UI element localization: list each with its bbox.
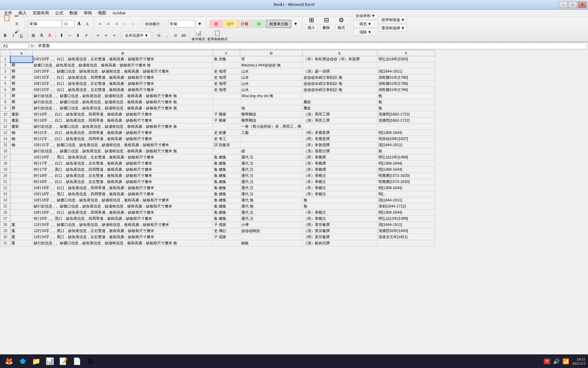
autosum-button[interactable]: 自动求和 ▼ [353,12,378,19]
cell-c[interactable]: 集 總集 [213,216,240,222]
font-size-box[interactable]: 11 [62,20,75,28]
cell-d[interactable]: 地 [240,105,303,111]
col-header-c[interactable]: C [213,50,240,56]
cell-b[interactable]: 9行17字，。黑口，缺魚尾信息，四周雙邊，板框高廣：缺板框尺寸釐米 [33,167,213,173]
cell-b[interactable]: 10行20字，。白口，缺鱼尾信息，左右雙邊，板框高廣：缺板框尺寸釐米 [33,56,213,62]
table-row[interactable]: 189行17字，。白口，缺魚尾信息，左右雙邊，板框高廣：缺板框尺寸釐米集 總集通… [0,160,435,167]
cell-d[interactable]: 績 [240,148,303,154]
cell-a[interactable] [11,210,33,216]
fill-color-button[interactable]: A [38,32,45,39]
cell-a[interactable] [11,160,33,167]
cell-a[interactable] [11,216,33,222]
cell-c[interactable]: 集 別集 [213,56,240,62]
percent-button[interactable]: % [155,32,163,39]
cell-c[interactable]: 史 傳記 [213,228,240,234]
cell-f[interactable]: 清初[1644-1722] [377,203,435,210]
taskbar-settings[interactable]: ⚙ [84,355,97,367]
cell-f[interactable] [377,124,435,130]
table-row[interactable]: 14物9行21字，。白口，缺魚尾信息，四周單邊，板框高廣：缺板框尺寸釐米史 考工… [0,136,435,142]
cell-c[interactable]: 集 總集 [213,210,240,216]
table-row[interactable]: 10書影9行18字，。白口，缺魚尾信息，四周單邊，板框高廣：缺板框尺寸釐米子 雜… [0,111,435,118]
cell-a[interactable] [11,185,33,191]
cell-c[interactable]: 集 總集 [213,160,240,167]
cell-a[interactable]: 書影 [11,111,33,118]
cell-f[interactable]: 明萬曆[1573-1620] [377,179,435,185]
col-header-e[interactable]: E [303,50,377,56]
cell-f[interactable]: 清乾隆51年[1786] [377,75,435,81]
cell-f[interactable]: 明萬曆[1573-1620] [377,173,435,179]
cell-c[interactable] [213,124,240,130]
cell-a[interactable]: 案 [11,240,33,246]
cell-b[interactable]: 10行21字，。缺書口信息，缺魚尾信息，缺邊框信息，板框高廣：缺板框尺寸釐米 [33,142,213,148]
cell-d[interactable]: 一卷（舊小說所收）清，周亮工，撰 [240,124,303,130]
cell-c[interactable] [213,148,240,154]
cell-b[interactable]: 10行22字，。白口，缺魚尾信息，四周雙邊，板框高廣：缺板框尺寸釐米 [33,75,213,81]
table-row[interactable]: 25缺行款信息，。缺書口信息，缺魚尾信息，缺邊框信息，板框高廣：缺板框尺寸釐米集… [0,203,435,210]
cell-d[interactable]: 通代 注 [240,216,303,222]
cell-d[interactable]: 通代 注 [240,185,303,191]
cell-b[interactable]: 缺行款信息，。缺書口信息，缺魚尾信息，缺邊框信息，板框高廣：缺板框尺寸釐米 無 [33,240,213,246]
cell-f[interactable]: 清[1644-1911] [377,197,435,203]
cell-d[interactable]: 山水 [240,81,303,87]
cell-f[interactable]: 清[1644-1911] [377,68,435,75]
orientation-button[interactable]: ↗ [82,32,90,39]
cell-c[interactable]: 史 地理 [213,75,240,81]
cell-c[interactable]: 史 政書 [213,130,240,136]
table-row[interactable]: 2釋缺書口信息，缺魚尾信息，缺邊框信息，板框高廣：缺板框尺寸釐米 無Weizha… [0,62,435,68]
cell-d[interactable]: 通代 無 [240,197,303,203]
cell-c[interactable]: 子 儒家 [213,234,240,240]
table-row[interactable]: 28案12行24字，。缺書口信息，缺魚尾信息，缺邊框信息，板框高廣：缺板框尺寸釐… [0,222,435,228]
table-row[interactable]: 7釋缺行款信息，。缺書口信息，缺魚尾信息，缺邊框信息，板框高廣：缺板框尺寸釐米 … [0,93,435,99]
format-button[interactable]: 格式 [335,24,347,32]
table-row[interactable]: 12書影缺行款信息，。缺書口信息，缺魚尾信息，缺邊框信息，板框高廣：缺板框尺寸釐… [0,124,435,130]
cell-c[interactable]: 集 總集 [213,179,240,185]
cell-f[interactable]: 明弘治12年[1499] [377,154,435,160]
align-left-button[interactable]: ≡ [97,20,104,28]
cell-e[interactable]: （明）黃宗羲撰 [303,234,377,240]
cell-d[interactable]: 通代 注 [240,154,303,160]
cell-d[interactable]: 通代 注 [240,167,303,173]
table-row[interactable]: 279行18字，。黑口，缺魚尾信息，四周單邊，板框高廣：缺板框尺寸釐米集 總集通… [0,216,435,222]
cell-d[interactable]: 通代 無 [240,203,303,210]
col-header-f[interactable]: F [377,50,435,56]
cell-f[interactable]: 無 [377,93,435,99]
cell-e[interactable]: 桑欽 [303,99,377,105]
cell-d[interactable] [240,234,303,240]
cell-a[interactable] [11,173,33,179]
align-bot-button[interactable]: ≡ [111,32,118,39]
cell-a[interactable] [11,179,33,185]
valign-top-button[interactable]: ⬆ [58,32,65,39]
cell-f[interactable]: 清康熙32年[1693] [377,228,435,234]
cell-e[interactable]: （宋）章樵注 [303,179,377,185]
font-grow-button[interactable]: A [75,20,83,28]
cell-a[interactable]: 釋 [11,81,33,87]
cell-e[interactable]: （清）顧炎武撰 [303,240,377,246]
cell-b[interactable]: 9行21字，。白口，缺魚尾信息，四周單邊，板框高廣：缺板框尺寸釐米 [33,136,213,142]
cell-b[interactable]: 12行24字，。缺書口信息，缺魚尾信息，缺邊框信息，板框高廣：缺板框尺寸釐米 [33,222,213,228]
cell-e[interactable]: （宋）章樵注 [303,216,377,222]
cell-b[interactable]: 缺行款信息，。缺書口信息，缺魚尾信息，缺邊框信息，板框高廣：缺板框尺寸釐米 無 [33,124,213,130]
cell-c[interactable]: 集 總集 [213,154,240,160]
align-mid-button[interactable]: ≡ [102,32,110,39]
cell-c[interactable]: 集 總集 [213,185,240,191]
cell-e[interactable]: （明）宋應星撰 [303,130,377,136]
cell-c[interactable]: 子 雜家 [213,111,240,118]
conditional-format-label[interactable]: 条件格式 [192,37,205,42]
cell-e[interactable]: 桑欽 [303,105,377,111]
menu-page-layout[interactable]: 页面布局 [30,10,52,17]
cell-f[interactable]: 清乾隆51年[1786] [377,87,435,93]
cell-e[interactable]: @@@水經注筆刻誤 無 [303,75,377,81]
cell-d[interactable]: 小傅 [240,222,303,228]
cell-b[interactable]: 9行21字，。白口，缺魚尾信息，四周單邊，板框高廣：缺板框尺寸釐米 [33,130,213,136]
col-header-a[interactable]: A [11,50,33,56]
col-header-b[interactable]: B [33,50,213,56]
table-row[interactable]: 8釋缺行款信息，。缺書口信息，缺魚尾信息，缺邊框信息，板框高廣：缺板框尺寸釐米 … [0,99,435,105]
table-row[interactable]: 15物10行21字，。缺書口信息，缺魚尾信息，缺邊框信息，板框高廣：缺板框尺寸釐… [0,142,435,148]
cell-f[interactable]: 無 [377,148,435,154]
fill-button[interactable]: 填充 ▼ [353,20,378,28]
cell-e[interactable]: （宋）章樵注 [303,191,377,197]
cell-a[interactable] [11,191,33,197]
cell-d[interactable]: 銅版 [240,240,303,246]
underline-button[interactable]: U [18,32,25,39]
cell-f[interactable]: 明崇禎10年[1637] [377,136,435,142]
